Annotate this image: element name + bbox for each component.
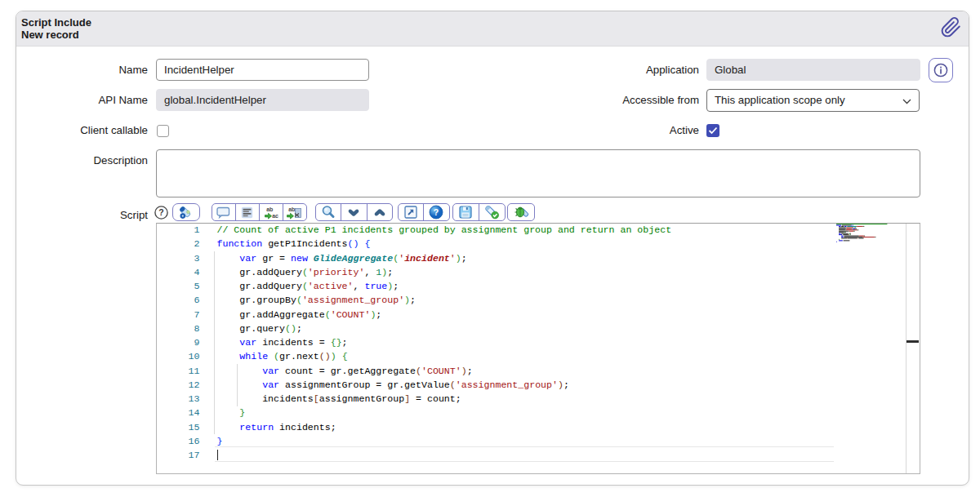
svg-text:?: ? (434, 207, 439, 217)
svg-text:?: ? (158, 207, 163, 217)
svg-text:ab: ab (266, 206, 273, 211)
svg-text:ab: ab (289, 206, 296, 211)
svg-text:ac: ac (272, 213, 278, 219)
